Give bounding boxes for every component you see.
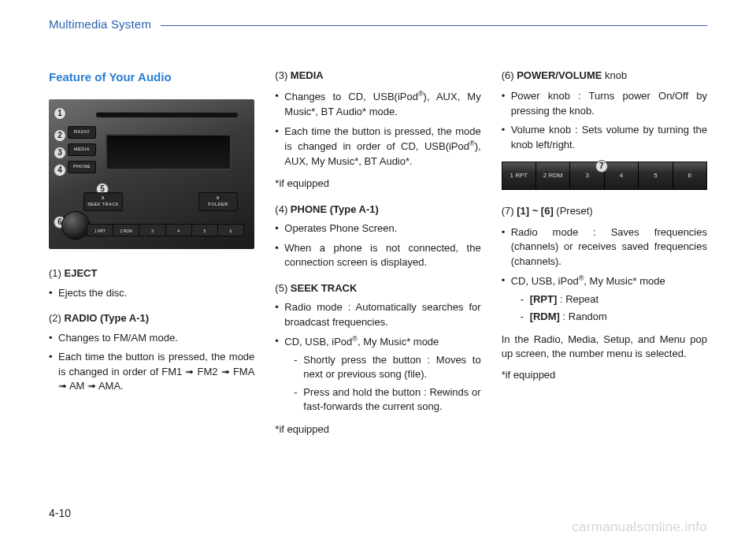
callout-4: 4: [54, 164, 66, 177]
item-5-sublist: Shortly press the button : Moves to next…: [284, 353, 480, 415]
item-7-heading: (7) [1] ~ [6] (Preset): [502, 204, 707, 218]
item-7-sublist: [RPT] : Repeat [RDM] : Random: [511, 292, 707, 325]
callout-7: 7: [595, 160, 608, 173]
item-3-heading: (3) MEDIA: [275, 69, 480, 83]
item-2-list: Changes to FM/AM mode. Each time the but…: [49, 331, 254, 394]
item-5-note: *if equipped: [275, 422, 480, 437]
item-3-note: *if equipped: [275, 177, 480, 191]
preset-4: 4: [166, 225, 192, 236]
column-2: (3) MEDIA Changes to CD, USB(iPod®), AUX…: [275, 69, 480, 443]
preset-slot-2: 2 RDM: [536, 162, 570, 189]
media-button: MEDIA: [68, 143, 96, 156]
folder-button: ∨FOLDER: [198, 192, 238, 211]
columns: Feature of Your Audio 1 2 3 4 5 6 RADIO …: [49, 69, 707, 443]
item-1-heading: (1) EJECT: [49, 266, 254, 281]
item-5-heading: (5) SEEK TRACK: [275, 281, 480, 296]
column-1: Feature of Your Audio 1 2 3 4 5 6 RADIO …: [49, 69, 254, 443]
phone-button: PHONE: [68, 161, 96, 173]
radio-button: RADIO: [68, 126, 96, 139]
item-7-tail-paragraph: In the Radio, Media, Setup, and Menu pop…: [502, 333, 707, 362]
section-title: Feature of Your Audio: [49, 69, 254, 85]
header-rule: [161, 25, 707, 26]
preset-1: 1 RPT: [87, 225, 113, 236]
preset-5: 5: [192, 225, 218, 236]
callout-1: 1: [54, 107, 66, 120]
item-1-list: Ejects the disc.: [49, 286, 254, 300]
seek-track-button: ∧SEEK TRACK: [83, 192, 123, 211]
disc-slot: [96, 112, 238, 117]
item-4-list: Operates Phone Screen. When a phone is n…: [275, 221, 480, 270]
preset-illustration: 7 1 RPT 2 RDM 3 4 5 6: [502, 162, 707, 190]
item-7-list: Radio mode : Saves frequencies (channels…: [502, 225, 707, 325]
preset-6: 6: [218, 225, 243, 236]
item-5-list: Radio mode : Automatically searches for …: [275, 300, 480, 415]
display-screen: [106, 134, 232, 170]
callout-3: 3: [54, 147, 66, 159]
manual-page: Multimedia System Feature of Your Audio …: [0, 0, 756, 543]
callout-2: 2: [54, 129, 66, 142]
header-title: Multimedia System: [49, 17, 151, 31]
item-6-heading: (6) POWER/VOLUME knob: [502, 69, 707, 83]
preset-slot-6: 6: [673, 162, 706, 189]
item-7-note: *if equipped: [502, 368, 707, 382]
preset-2: 2 RDM: [113, 225, 139, 236]
power-volume-knob: [61, 211, 90, 240]
preset-slot-4: 4: [605, 162, 639, 189]
preset-bar: 1 RPT 2 RDM 3 4 5 6: [87, 224, 244, 236]
preset-slot-5: 5: [639, 162, 673, 189]
audio-unit-illustration: 1 2 3 4 5 6 RADIO MEDIA PHONE ∧SEEK TRAC…: [49, 99, 254, 249]
page-number: 4-10: [49, 507, 71, 519]
item-2-heading: (2) RADIO (Type A-1): [49, 311, 254, 325]
watermark: carmanualsonline.info: [572, 519, 707, 535]
item-6-list: Power knob : Turns power On/Off by press…: [502, 89, 707, 152]
item-4-heading: (4) PHONE (Type A-1): [275, 203, 480, 217]
item-3-list: Changes to CD, USB(iPod®), AUX, My Music…: [275, 89, 480, 169]
preset-3: 3: [139, 225, 165, 236]
column-3: (6) POWER/VOLUME knob Power knob : Turns…: [502, 69, 707, 443]
preset-slot-1: 1 RPT: [502, 162, 536, 189]
page-header: Multimedia System: [49, 17, 707, 31]
